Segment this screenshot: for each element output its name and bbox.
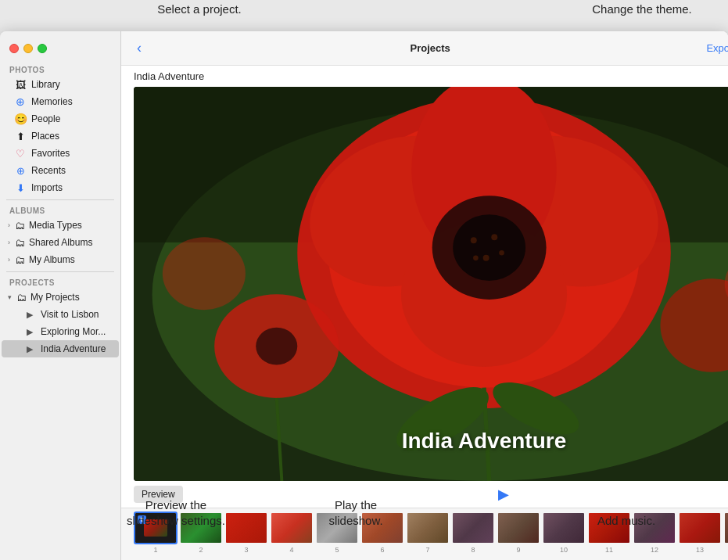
close-button[interactable] (9, 44, 19, 53)
title-badge: T (138, 515, 146, 524)
film-slide-2[interactable]: 2 (179, 512, 223, 554)
svg-point-17 (256, 328, 297, 365)
sidebar: Photos 🖼 Library ⊕ Memories 😊 People ⬆ P… (0, 31, 121, 560)
film-thumb-12[interactable] (633, 512, 676, 544)
sidebar-label-myalbums: My Albums (29, 254, 75, 265)
sidebar-item-people[interactable]: 😊 People (2, 110, 119, 127)
memories-icon: ⊕ (14, 95, 27, 108)
fullscreen-button[interactable] (38, 44, 47, 53)
select-project-annotation: Select a project. (121, 2, 278, 17)
sidebar-label-library: Library (31, 79, 60, 90)
sidebar-label-sharedalbums: Shared Albums (29, 237, 92, 248)
mediatypes-icon: 🗂 (13, 219, 26, 232)
svg-point-12 (491, 234, 497, 240)
film-thumb-2[interactable] (179, 512, 223, 544)
back-button[interactable]: ‹ (134, 40, 145, 56)
sidebar-item-recents[interactable]: ⊕ Recents (2, 162, 119, 179)
film-thumb-4[interactable] (270, 512, 314, 544)
film-slide-7[interactable]: 7 (406, 512, 450, 554)
sidebar-item-favorites[interactable]: ♡ Favorites (2, 145, 119, 162)
film-thumb-13[interactable] (678, 512, 722, 544)
filmstrip: T 1 2 3 (121, 508, 728, 560)
film-slide-5[interactable]: 5 (315, 512, 359, 554)
slide-num-2: 2 (199, 546, 203, 554)
recents-icon: ⊕ (14, 164, 27, 177)
sidebar-item-visitlisbon[interactable]: ▶ Visit to Lisbon (2, 306, 119, 323)
app-window: Photos 🖼 Library ⊕ Memories 😊 People ⬆ P… (0, 31, 728, 560)
film-thumb-6[interactable] (360, 512, 404, 544)
indiaadventure-icon: ▶ (23, 343, 36, 355)
separator-1 (6, 199, 114, 200)
albums-section-label: Albums (0, 203, 120, 217)
film-thumb-9[interactable] (497, 512, 540, 544)
svg-point-11 (471, 237, 477, 243)
sidebar-item-sharedalbums[interactable]: › 🗂 Shared Albums (2, 234, 119, 251)
favorites-icon: ♡ (14, 147, 27, 160)
film-thumb-1[interactable]: T (134, 512, 178, 544)
myprojects-icon: 🗂 (15, 291, 27, 303)
sidebar-label-exploringmor: Exploring Mor... (41, 326, 106, 337)
svg-point-15 (473, 256, 479, 261)
film-thumb-11[interactable] (587, 512, 631, 544)
svg-point-14 (499, 250, 504, 256)
film-slide-8[interactable]: 8 (451, 512, 495, 554)
project-header: India Adventure 44 slides · 2:38m (121, 66, 728, 87)
chevron-icon: › (8, 221, 10, 229)
library-icon: 🖼 (14, 78, 27, 91)
thumb-img-1 (144, 519, 167, 537)
film-slide-14[interactable]: 14 (723, 512, 728, 554)
visitlisbon-icon: ▶ (23, 308, 36, 321)
sidebar-item-indiaadventure[interactable]: ▶ India Adventure (2, 340, 119, 357)
film-slide-13[interactable]: 13 (678, 512, 722, 554)
minimize-button[interactable] (23, 44, 33, 53)
play-button[interactable]: ▶ (498, 486, 509, 503)
slide-num-10: 10 (560, 546, 568, 554)
sidebar-item-memories[interactable]: ⊕ Memories (2, 93, 119, 110)
slide-num-4: 4 (289, 546, 293, 554)
sidebar-item-library[interactable]: 🖼 Library (2, 76, 119, 93)
film-thumb-8[interactable] (451, 512, 495, 544)
film-thumb-10[interactable] (542, 512, 586, 544)
film-thumb-7[interactable] (406, 512, 450, 544)
slide-num-6: 6 (380, 546, 384, 554)
sidebar-item-places[interactable]: ⬆ Places (2, 127, 119, 145)
slide-num-7: 7 (425, 546, 429, 554)
film-slide-6[interactable]: 6 (360, 512, 404, 554)
myalbums-icon: 🗂 (13, 253, 26, 266)
film-slide-4[interactable]: 4 (270, 512, 314, 554)
preview-button[interactable]: Preview (134, 486, 183, 503)
sidebar-label-myprojects: My Projects (30, 292, 80, 303)
film-slide-11[interactable]: 11 (587, 512, 631, 554)
film-slide-12[interactable]: 12 (633, 512, 676, 554)
film-thumb-3[interactable] (224, 512, 268, 544)
film-slide-3[interactable]: 3 (224, 512, 268, 554)
film-slide-9[interactable]: 9 (497, 512, 540, 554)
slide-num-12: 12 (651, 546, 658, 554)
svg-point-10 (453, 214, 525, 281)
sidebar-item-imports[interactable]: ⬇ Imports (2, 179, 119, 196)
change-theme-annotation: Change the theme. (579, 2, 705, 17)
sidebar-item-mediatypes[interactable]: › 🗂 Media Types (2, 217, 119, 234)
toolbar: ‹ Projects Export 🔍 (121, 31, 728, 66)
export-button[interactable]: Export (706, 42, 728, 54)
svg-point-23 (163, 237, 246, 310)
sidebar-label-recents: Recents (31, 165, 66, 176)
separator-2 (6, 271, 114, 272)
film-thumb-5[interactable] (315, 512, 359, 544)
sharedalbums-icon: 🗂 (13, 236, 26, 249)
sidebar-item-myalbums[interactable]: › 🗂 My Albums (2, 251, 119, 268)
svg-point-13 (483, 255, 490, 261)
chevron-icon-3: › (8, 256, 10, 264)
slide-num-9: 9 (516, 546, 520, 554)
sidebar-item-myprojects[interactable]: ▾ 🗂 My Projects (2, 289, 119, 306)
film-thumb-14[interactable] (723, 512, 728, 544)
chevron-icon-2: › (8, 239, 10, 246)
sidebar-label-people: People (31, 113, 60, 124)
sidebar-item-exploringmor[interactable]: ▶ Exploring Mor... (2, 323, 119, 340)
traffic-lights (0, 38, 120, 63)
film-slide-1[interactable]: T 1 (134, 512, 178, 554)
slide-num-5: 5 (335, 546, 339, 554)
sidebar-label-favorites: Favorites (31, 148, 70, 159)
exploringmor-icon: ▶ (23, 325, 36, 338)
film-slide-10[interactable]: 10 (542, 512, 586, 554)
